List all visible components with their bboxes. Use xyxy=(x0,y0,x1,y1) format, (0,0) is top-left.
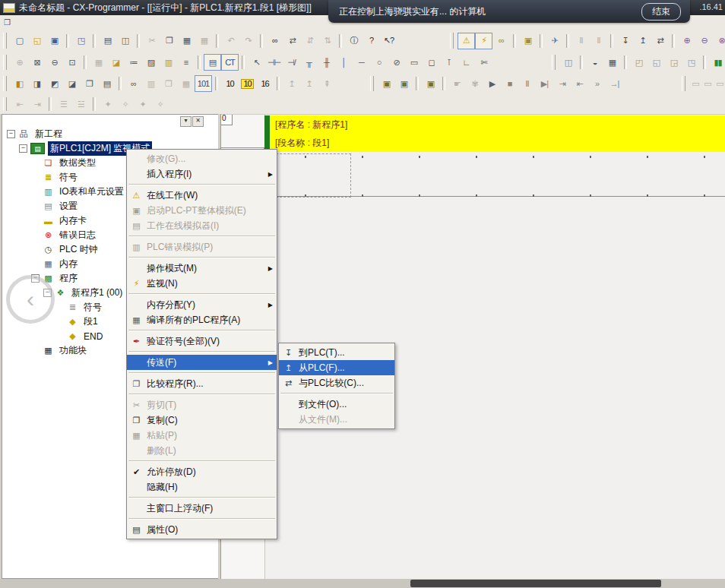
new-connector-button[interactable]: ∟ xyxy=(457,54,475,71)
bottom-scrollbar[interactable] xyxy=(0,579,725,588)
select-mode-button[interactable]: ↖ xyxy=(248,54,265,71)
menu-item[interactable]: ▦ 粘贴(P) ▶ xyxy=(127,428,277,443)
menu-item[interactable]: ▤ 工作在线模拟器(I) ▶ xyxy=(127,218,277,233)
sim-play-button[interactable]: ▶ xyxy=(483,75,501,92)
continuous-step-button[interactable]: » xyxy=(588,75,606,92)
split-rung-button[interactable]: ✄ xyxy=(475,54,492,71)
window-properties-button[interactable]: ▤ xyxy=(98,75,116,92)
new-or-contact-button[interactable]: ╥ xyxy=(300,54,318,71)
section-name-header[interactable]: [段名称 : 段1] xyxy=(264,134,725,152)
hide-window-button[interactable]: ◩ xyxy=(46,75,63,92)
new-or-closed-contact-button[interactable]: ╫ xyxy=(318,54,335,71)
indent-right-button[interactable]: ⇥ xyxy=(28,96,46,112)
menu-item[interactable]: 传送(F) ▶ xyxy=(127,355,277,370)
menu-item[interactable]: ▤ 属性(O) ▶ xyxy=(127,522,277,537)
force-set-1-button[interactable]: ↥ xyxy=(283,75,300,92)
context-help-button[interactable]: ↖? xyxy=(380,33,397,49)
list-view-1-button[interactable]: ☰ xyxy=(55,96,72,112)
aux-window-2-button[interactable]: ▭ xyxy=(701,75,714,92)
menu-item[interactable]: 内存分配(Y) ▶ xyxy=(127,297,277,312)
about-button[interactable]: ⓘ xyxy=(345,33,362,49)
hex-display-button[interactable]: 16 xyxy=(256,75,274,92)
change-all-button[interactable]: ⇵ xyxy=(301,33,318,49)
panel-menu-button[interactable]: ▾ xyxy=(180,116,192,127)
replace-button[interactable]: ⇄ xyxy=(283,33,301,49)
bookmark-4-button[interactable]: ✧ xyxy=(151,96,169,112)
menu-bar-item[interactable] xyxy=(42,16,54,30)
new-closed-contact-button[interactable]: ⊣/ xyxy=(283,54,300,71)
menu-bar-item[interactable] xyxy=(66,16,78,30)
paste-button[interactable]: ▦ xyxy=(178,33,195,49)
monitor-io-bit-button[interactable]: ▮▮ xyxy=(709,54,725,71)
menu-bar-item[interactable] xyxy=(127,16,139,30)
redo-button[interactable]: ↷ xyxy=(239,33,257,49)
menu-item[interactable]: 删除(L) ▶ xyxy=(127,443,277,458)
online-edit-button[interactable]: ▣ xyxy=(519,33,537,49)
menu-bar-item[interactable] xyxy=(78,16,90,30)
new-vertical-button[interactable]: │ xyxy=(335,54,353,71)
io-comment-window-button[interactable]: ◲ xyxy=(665,54,682,71)
tile-windows-button[interactable]: ◪ xyxy=(63,75,81,92)
sfc-pair-button[interactable]: ▦ xyxy=(177,75,195,92)
bookmark-1-button[interactable]: ✦ xyxy=(99,96,116,112)
pause-with-trigger-button[interactable]: Ⅱ xyxy=(572,33,590,49)
pause-button[interactable]: Ⅱ xyxy=(590,33,607,49)
cascade-windows-button[interactable]: ❐ xyxy=(81,75,98,92)
show-rung-annotations-button[interactable]: ◪ xyxy=(107,54,125,71)
menu-bar-item[interactable] xyxy=(30,16,42,30)
scan-run-button[interactable]: ✾ xyxy=(466,75,483,92)
scan-to-end-button[interactable]: →| xyxy=(606,75,623,92)
new-inverted-instruction-button[interactable]: ⊺ xyxy=(440,54,457,71)
menu-item[interactable]: ⚡ 监视(N) ▶ xyxy=(127,276,277,291)
menu-item[interactable]: 修改(G)... ▶ xyxy=(127,151,277,166)
menu-bar-item[interactable] xyxy=(17,16,30,30)
print-button[interactable]: ▤ xyxy=(99,33,116,49)
monitor-button[interactable]: ⚡ xyxy=(475,33,492,49)
panel-close-button[interactable]: ✕ xyxy=(192,116,204,127)
show-symbol-bar-button[interactable]: ≔ xyxy=(125,54,142,71)
print-preview-button[interactable]: ◫ xyxy=(116,33,134,49)
io-comment-view-button[interactable]: ▤ xyxy=(204,54,221,71)
submenu-item[interactable]: 从文件(M)... ▶ xyxy=(279,412,394,427)
simulator-connect-button[interactable]: ▣ xyxy=(422,75,439,92)
clock-sync-button[interactable]: ▣ xyxy=(378,75,395,92)
step-run-button[interactable]: ▶| xyxy=(536,75,553,92)
step-out-button[interactable]: ⇤ xyxy=(571,75,588,92)
menu-item[interactable]: 隐藏(H) ▶ xyxy=(127,479,277,495)
sim-stop-button[interactable]: ■ xyxy=(501,75,518,92)
float-window-button[interactable]: ◧ xyxy=(11,75,28,92)
show-rungs-button[interactable]: ▥ xyxy=(160,54,177,71)
force-on-button[interactable]: ⊕ xyxy=(678,33,695,49)
open-file-button[interactable]: ◱ xyxy=(28,33,46,49)
force-set-3-button[interactable]: ⇞ xyxy=(318,75,335,92)
show-monitor-box-button[interactable]: ▨ xyxy=(142,54,160,71)
zoom-out-button[interactable]: ⊖ xyxy=(46,54,63,71)
signed-decimal-display-button[interactable]: 10 xyxy=(239,75,256,92)
new-coil-button[interactable]: ○ xyxy=(370,54,388,71)
menu-bar-item[interactable] xyxy=(115,16,127,30)
menu-item[interactable]: 主窗口上浮动(F) ▶ xyxy=(127,501,277,516)
zoom-in-button[interactable]: ⊕ xyxy=(11,54,28,71)
work-online-button[interactable]: ⚠ xyxy=(457,33,475,49)
show-comments-button[interactable]: ≡ xyxy=(177,54,195,71)
menu-item[interactable]: ✂ 剪切(T) ▶ xyxy=(127,397,277,413)
submenu-item[interactable]: ↧ 到PLC(T)... ▶ xyxy=(279,345,394,360)
copy-button[interactable]: ❐ xyxy=(160,33,178,49)
watch-window-button[interactable]: ▦ xyxy=(603,54,621,71)
menu-item[interactable]: 操作模式(M) ▶ xyxy=(127,261,277,276)
new-pb-instruction-button[interactable]: ◻ xyxy=(423,54,440,71)
compare-with-plc-button[interactable]: ⇄ xyxy=(651,33,669,49)
aux-window-1-button[interactable]: ▭ xyxy=(689,75,701,92)
scrollbar-thumb[interactable] xyxy=(410,580,661,587)
indent-left-button[interactable]: ⇤ xyxy=(11,96,28,112)
decimal-display-button[interactable]: 10 xyxy=(221,75,239,92)
undo-button[interactable]: ↶ xyxy=(222,33,239,49)
force-off-button[interactable]: ⊖ xyxy=(695,33,713,49)
list-view-2-button[interactable]: ☱ xyxy=(72,96,90,112)
cut-button[interactable]: ✂ xyxy=(143,33,160,49)
force-set-2-button[interactable]: ↥ xyxy=(300,75,318,92)
remote-back-button[interactable]: ‹ xyxy=(6,275,55,324)
menu-bar-item[interactable] xyxy=(54,16,66,30)
menu-item[interactable]: ❐ 复制(C) ▶ xyxy=(127,413,277,428)
new-horizontal-button[interactable]: ─ xyxy=(353,54,370,71)
